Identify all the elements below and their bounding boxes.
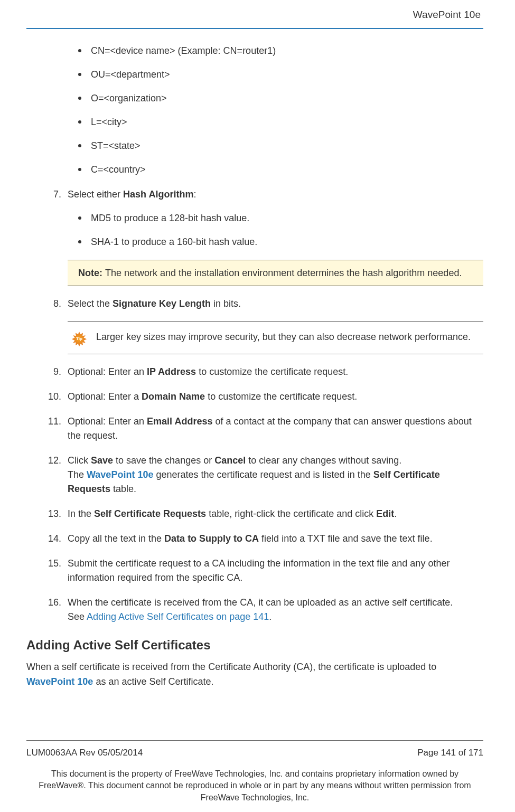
step-text: Select either Hash Algorithm: (68, 189, 196, 200)
subject-fields-list: CN=<device name> (Example: CN=router1) O… (78, 44, 483, 177)
note-label: Note: (78, 268, 105, 278)
step-number: 13. (42, 507, 61, 521)
list-item: C=<country> (78, 163, 483, 177)
step-text: Optional: Enter an IP Address to customi… (68, 366, 348, 377)
step-number: 9. (42, 365, 61, 379)
list-item: SHA-1 to produce a 160-bit hash value. (78, 235, 483, 249)
list-item: O=<organization> (78, 91, 483, 106)
footer-page-number: Page 141 of 171 (417, 746, 483, 760)
step-text: In the Self Certificate Requests table, … (68, 508, 397, 519)
step-11: 11. Optional: Enter an Email Address of … (42, 414, 483, 443)
list-item: ST=<state> (78, 139, 483, 153)
list-item: OU=<department> (78, 68, 483, 82)
footer-revision: LUM0063AA Rev 05/05/2014 (26, 746, 143, 760)
step-8: 8. Select the Signature Key Length in bi… (42, 297, 483, 311)
tip-box: Tip Larger key sizes may improve securit… (68, 322, 483, 354)
step-text: Submit the certificate request to a CA i… (68, 558, 450, 583)
step-10: 10. Optional: Enter a Domain Name to cus… (42, 390, 483, 404)
page-footer: LUM0063AA Rev 05/05/2014 Page 141 of 171… (26, 740, 483, 804)
step-13: 13. In the Self Certificate Requests tab… (42, 507, 483, 521)
list-item: CN=<device name> (Example: CN=router1) (78, 44, 483, 58)
wavepoint-link[interactable]: WavePoint 10e (87, 469, 153, 480)
step-number: 14. (42, 532, 61, 546)
list-item: MD5 to produce a 128-bit hash value. (78, 211, 483, 225)
footer-legal: This document is the property of FreeWav… (26, 768, 483, 804)
step-15: 15. Submit the certificate request to a … (42, 556, 483, 585)
step-number: 7. (42, 187, 61, 202)
step-16: 16. When the certificate is received fro… (42, 596, 483, 624)
tip-text: Larger key sizes may improve security, b… (96, 329, 471, 345)
note-box: Note: The network and the installation e… (68, 260, 483, 287)
step-number: 10. (42, 390, 61, 404)
cross-reference-link[interactable]: Adding Active Self Certificates on page … (87, 611, 269, 622)
step-number: 12. (42, 454, 61, 468)
step-number: 11. (42, 414, 61, 429)
footer-rule (26, 740, 483, 741)
step-text: Optional: Enter an Email Address of a co… (68, 416, 472, 441)
step-9: 9. Optional: Enter an IP Address to cust… (42, 365, 483, 379)
step-number: 16. (42, 596, 61, 610)
step-text: Select the Signature Key Length in bits. (68, 298, 241, 309)
section-heading: Adding Active Self Certificates (26, 636, 483, 655)
header-product: WavePoint 10e (26, 5, 483, 28)
step-number: 8. (42, 297, 61, 311)
step-7: 7. Select either Hash Algorithm: MD5 to … (42, 187, 483, 249)
step-12: 12. Click Save to save the changes or Ca… (42, 454, 483, 496)
step-14: 14. Copy all the text in the Data to Sup… (42, 532, 483, 546)
header-rule (26, 28, 483, 29)
step-text: Optional: Enter a Domain Name to customi… (68, 391, 357, 402)
step-number: 15. (42, 556, 61, 571)
step-text: When the certificate is received from th… (68, 597, 453, 622)
tip-icon: Tip (72, 332, 87, 346)
wavepoint-link[interactable]: WavePoint 10e (26, 676, 93, 687)
note-text: The network and the installation environ… (105, 268, 462, 278)
list-item: L=<city> (78, 115, 483, 129)
step-text: Copy all the text in the Data to Supply … (68, 533, 433, 544)
section-paragraph: When a self certificate is received from… (26, 660, 483, 690)
step-text: Click Save to save the changes or Cancel… (68, 455, 440, 494)
